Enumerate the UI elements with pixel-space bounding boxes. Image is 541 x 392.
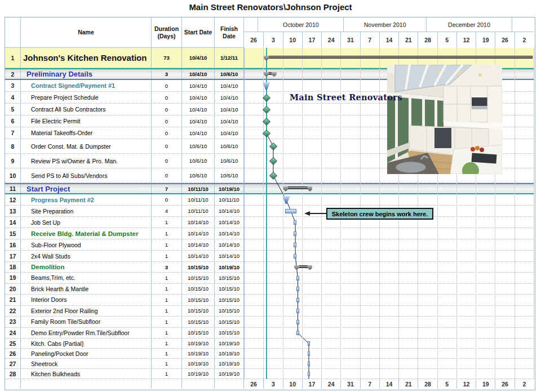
task-bar[interactable] [285, 209, 296, 213]
grid-line [515, 48, 515, 379]
axis-tick-label: 17 [302, 379, 321, 389]
axis-tick-label: 3 [263, 379, 282, 389]
axis-tick-label: 19 [476, 379, 495, 389]
axis-tick-label: 26 [495, 379, 514, 389]
annotation-callout[interactable]: Skeleton crew begins work here. [326, 208, 433, 220]
axis-tick-label: 5 [437, 379, 456, 389]
axis-tick-label: 14 [379, 379, 398, 389]
task-bar[interactable] [296, 331, 299, 335]
task-bar[interactable] [296, 309, 299, 313]
task-bar[interactable] [296, 298, 299, 302]
summary-bar-end-cap [307, 186, 312, 191]
milestone-diamond[interactable] [269, 157, 277, 165]
milestone-funnel[interactable] [282, 196, 290, 204]
axis-tick-label: 2 [515, 379, 534, 389]
summary-bar-start-cap [264, 56, 269, 61]
summary-bar[interactable] [285, 186, 310, 189]
axis-tick-label: 12 [456, 379, 476, 389]
task-bar[interactable] [294, 254, 296, 259]
annotation-arrow-head [304, 211, 310, 216]
grid-line [244, 48, 245, 379]
schedule-table: NameDuration (Days)Start DateFinish Date… [5, 17, 535, 390]
summary-bar-start-cap [264, 72, 269, 77]
summary-bar-start-cap [283, 186, 288, 191]
gantt-chart-area: 26310172431714212851219262 [5, 17, 534, 389]
chart-watermark-label[interactable]: Main Street Renovators [290, 92, 402, 102]
task-bar[interactable] [308, 351, 311, 356]
grid-line [283, 48, 283, 379]
summary-bar-start-cap [294, 265, 299, 270]
task-bar[interactable] [296, 287, 299, 291]
axis-tick-label: 10 [283, 379, 302, 389]
axis-tick-label: 21 [398, 379, 418, 389]
axis-tick-label: 31 [340, 379, 360, 389]
axis-tick-label: 7 [360, 379, 379, 389]
milestone-diamond[interactable] [269, 142, 277, 150]
axis-tick-label: 28 [418, 379, 437, 389]
annotation-arrow-line [309, 213, 326, 214]
summary-bar[interactable] [266, 56, 533, 59]
task-bar[interactable] [296, 276, 299, 280]
summary-bar-end-cap [272, 72, 277, 77]
grid-line [534, 48, 534, 379]
page-title: Main Street Renovators\Johnson Project [0, 2, 541, 12]
task-bar[interactable] [296, 320, 299, 324]
task-bar[interactable] [308, 341, 311, 346]
kitchen-photo[interactable] [387, 65, 502, 174]
axis-tick-label: 26 [244, 379, 263, 389]
task-bar[interactable] [308, 372, 311, 376]
milestone-diamond[interactable] [269, 172, 277, 180]
axis-tick-label: 24 [321, 379, 340, 389]
task-bar[interactable] [294, 220, 296, 225]
task-bar[interactable] [294, 231, 296, 236]
task-bar[interactable] [308, 362, 311, 366]
summary-bar-end-cap [307, 265, 312, 270]
task-bar[interactable] [294, 243, 296, 247]
